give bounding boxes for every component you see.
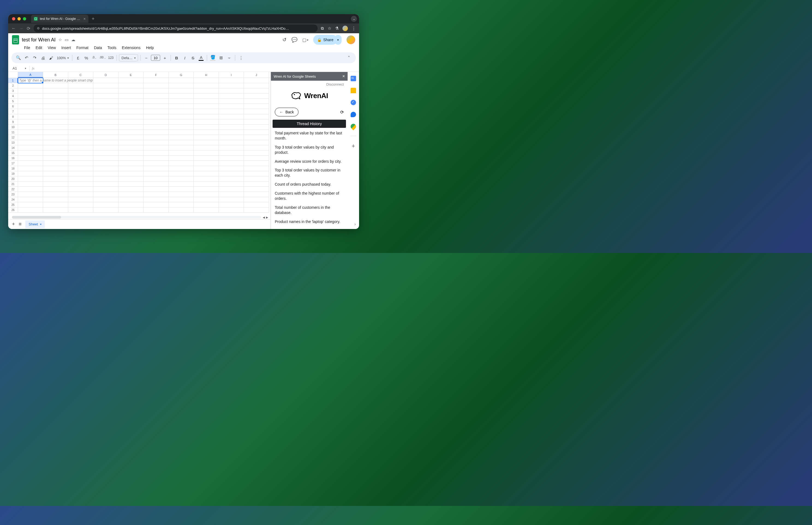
cell[interactable] (244, 166, 269, 171)
cell[interactable] (18, 135, 43, 140)
all-sheets-button[interactable]: ≡ (19, 221, 22, 227)
cell[interactable] (219, 93, 244, 99)
thread-item[interactable]: Total payment value by state for the las… (275, 131, 344, 141)
cell[interactable] (43, 145, 68, 150)
cell[interactable] (68, 88, 93, 93)
cell[interactable] (93, 140, 118, 145)
cell[interactable] (93, 145, 118, 150)
cell[interactable] (144, 150, 169, 156)
cell[interactable] (244, 83, 269, 88)
cell[interactable] (244, 104, 269, 109)
cell[interactable] (244, 182, 269, 187)
cell[interactable] (144, 93, 169, 99)
cell[interactable] (118, 88, 144, 93)
cell[interactable] (244, 119, 269, 124)
cell[interactable] (68, 83, 93, 88)
cell[interactable] (68, 135, 93, 140)
cell[interactable] (68, 124, 93, 130)
cell[interactable] (68, 197, 93, 202)
share-dropdown[interactable]: ▾ (334, 35, 342, 45)
cell[interactable] (244, 187, 269, 192)
cell[interactable] (93, 109, 118, 114)
cell[interactable] (68, 109, 93, 114)
cell[interactable] (194, 135, 219, 140)
cell[interactable] (18, 109, 43, 114)
cell[interactable] (144, 83, 169, 88)
cell[interactable] (194, 161, 219, 166)
minimize-window-icon[interactable] (17, 17, 21, 20)
cell[interactable] (118, 83, 144, 88)
labs-icon[interactable]: ⚗ (335, 26, 338, 31)
cell[interactable] (68, 150, 93, 156)
cell[interactable] (93, 124, 118, 130)
cell[interactable] (194, 114, 219, 119)
cell[interactable] (68, 176, 93, 182)
cell[interactable] (118, 109, 144, 114)
cell[interactable] (219, 150, 244, 156)
reload-icon[interactable]: ⟳ (27, 26, 30, 31)
cell[interactable] (219, 88, 244, 93)
cell[interactable] (93, 192, 118, 197)
row-header[interactable]: 5 (8, 99, 18, 104)
menu-data[interactable]: Data (92, 45, 104, 51)
cell[interactable] (219, 156, 244, 161)
undo-icon[interactable]: ↶ (23, 54, 30, 61)
row-header[interactable]: 19 (8, 171, 18, 176)
cell[interactable] (169, 161, 194, 166)
redo-icon[interactable]: ↷ (31, 54, 38, 61)
cell[interactable] (219, 124, 244, 130)
strikethrough-button[interactable]: S (189, 54, 197, 61)
cell[interactable] (169, 182, 194, 187)
font-size-input[interactable]: 10 (151, 55, 160, 61)
thread-item[interactable]: Top 3 total order values by city and pro… (275, 145, 344, 155)
row-header[interactable]: 8 (8, 114, 18, 119)
borders-button[interactable]: ⊞ (217, 54, 224, 61)
cell[interactable] (194, 99, 219, 104)
cell[interactable] (169, 130, 194, 135)
cell[interactable] (68, 140, 93, 145)
spreadsheet-grid[interactable]: ABCDEFGHIJ 1Type '@' then a name to inse… (8, 72, 271, 229)
cell[interactable] (93, 207, 118, 213)
cell[interactable] (194, 182, 219, 187)
cell[interactable] (93, 150, 118, 156)
cell[interactable] (18, 119, 43, 124)
move-icon[interactable]: ▭ (65, 38, 69, 42)
cell[interactable] (144, 171, 169, 176)
cell[interactable] (118, 197, 144, 202)
row-header[interactable]: 22 (8, 187, 18, 192)
cell[interactable] (118, 187, 144, 192)
print-icon[interactable]: 🖨 (39, 54, 46, 61)
cell[interactable] (219, 166, 244, 171)
close-panel-icon[interactable]: × (343, 74, 345, 79)
cell[interactable] (169, 202, 194, 207)
cell[interactable] (144, 135, 169, 140)
cell[interactable] (144, 202, 169, 207)
cell[interactable] (43, 171, 68, 176)
cell[interactable] (93, 119, 118, 124)
name-box[interactable]: A1 ▾ (12, 66, 27, 70)
cell[interactable] (194, 202, 219, 207)
column-header[interactable]: D (93, 72, 118, 78)
cell[interactable] (144, 176, 169, 182)
cell[interactable] (43, 93, 68, 99)
cell[interactable] (244, 88, 269, 93)
row-header[interactable]: 10 (8, 124, 18, 130)
cell[interactable] (18, 114, 43, 119)
merge-cells-button[interactable]: ⫟ (226, 54, 233, 61)
cell[interactable] (43, 202, 68, 207)
cell[interactable] (169, 171, 194, 176)
cell[interactable] (244, 93, 269, 99)
maps-icon[interactable] (349, 123, 357, 130)
cell[interactable] (219, 135, 244, 140)
row-header[interactable]: 3 (8, 88, 18, 93)
cell[interactable] (219, 161, 244, 166)
row-header[interactable]: 13 (8, 140, 18, 145)
cell[interactable] (118, 140, 144, 145)
doc-title[interactable]: test for Wren AI (22, 37, 56, 43)
row-header[interactable]: 4 (8, 93, 18, 99)
cell[interactable] (244, 171, 269, 176)
cell[interactable] (244, 78, 269, 83)
thread-item[interactable]: Count of orders purchased today. (275, 182, 344, 187)
cell[interactable] (144, 166, 169, 171)
cell[interactable] (169, 207, 194, 213)
